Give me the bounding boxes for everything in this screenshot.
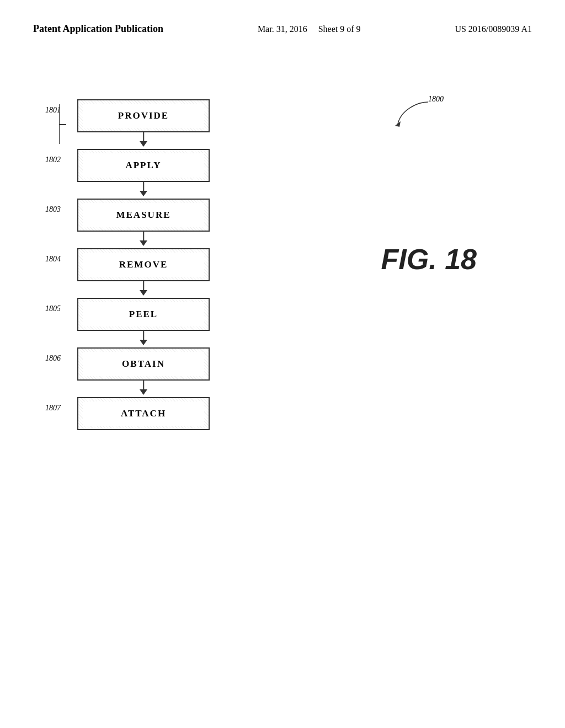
- flow-step-5: 1805 PEEL: [77, 298, 221, 347]
- flowchart: 1801 PROVIDE 1802 APPLY 1803 MEASURE: [77, 99, 221, 430]
- flow-step-4: 1804 REMOVE: [77, 248, 221, 298]
- flow-step-1: 1801 PROVIDE: [77, 99, 221, 149]
- box-remove-text: REMOVE: [83, 253, 204, 277]
- label-1802: 1802: [45, 156, 61, 164]
- page-header: Patent Application Publication Mar. 31, …: [33, 22, 532, 36]
- flow-step-2: 1802 APPLY: [77, 149, 221, 199]
- box-obtain-text: OBTAIN: [83, 352, 204, 376]
- label-1805: 1805: [45, 304, 61, 313]
- label-1806: 1806: [45, 354, 61, 363]
- arrow-6: [77, 381, 210, 397]
- label-1801: 1801: [45, 106, 61, 115]
- diagram-area: 1801 PROVIDE 1802 APPLY 1803 MEASURE: [33, 77, 532, 695]
- box-measure-text: MEASURE: [83, 203, 204, 227]
- flow-step-3: 1803 MEASURE: [77, 199, 221, 248]
- patent-page: Patent Application Publication Mar. 31, …: [0, 0, 565, 728]
- svg-marker-0: [395, 121, 401, 127]
- box-peel-text: PEEL: [83, 302, 204, 326]
- box-obtain: OBTAIN: [77, 347, 210, 381]
- label-1807: 1807: [45, 404, 61, 413]
- box-remove: REMOVE: [77, 248, 210, 281]
- box-apply: APPLY: [77, 149, 210, 182]
- box-provide-text: PROVIDE: [83, 104, 204, 128]
- arrow-4: [77, 281, 210, 298]
- box-attach: ATTACH: [77, 397, 210, 430]
- publication-label: Patent Application Publication: [33, 22, 163, 36]
- box-attach-text: ATTACH: [83, 402, 204, 426]
- arrow-2: [77, 182, 210, 199]
- box-peel: PEEL: [77, 298, 210, 331]
- patent-number: US 2016/0089039 A1: [455, 22, 532, 36]
- flow-step-6: 1806 OBTAIN: [77, 347, 221, 397]
- publication-date: Mar. 31, 2016: [258, 24, 307, 34]
- box-measure: MEASURE: [77, 199, 210, 232]
- header-center: Mar. 31, 2016 Sheet 9 of 9: [258, 22, 361, 36]
- sheet-info: Sheet 9 of 9: [318, 24, 361, 34]
- label-1803: 1803: [45, 205, 61, 214]
- ref-1800-arrow: [395, 99, 439, 132]
- box-provide: PROVIDE: [77, 99, 210, 132]
- arrow-1: [77, 132, 210, 149]
- arrow-5: [77, 331, 210, 347]
- arrow-3: [77, 232, 210, 248]
- ref-1800-group: 1800: [428, 94, 444, 104]
- flow-step-7: 1807 ATTACH: [77, 397, 221, 430]
- figure-label: FIG. 18: [381, 243, 477, 276]
- box-apply-text: APPLY: [83, 153, 204, 178]
- label-1804: 1804: [45, 255, 61, 264]
